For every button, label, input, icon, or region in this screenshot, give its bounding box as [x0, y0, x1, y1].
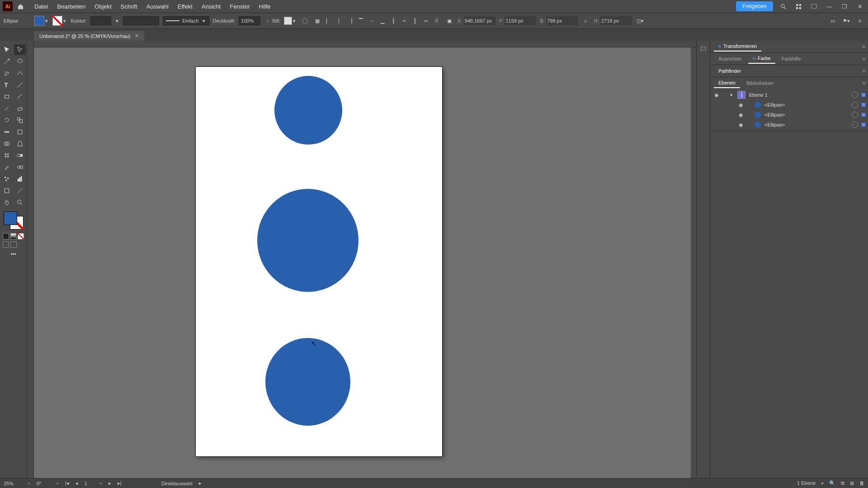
status-delete-icon[interactable]: 🗑 [859, 480, 864, 486]
tab-libraries[interactable]: Bibliotheken [742, 79, 778, 88]
hand-tool[interactable] [1, 197, 13, 208]
recolor-icon[interactable] [300, 16, 309, 25]
align-vcenter-icon[interactable]: ─ [367, 16, 376, 25]
draw-normal-icon[interactable] [3, 241, 9, 248]
panel-menu-icon[interactable]: ≡ [863, 68, 865, 74]
visibility-icon[interactable]: ◉ [737, 112, 745, 118]
edit-similar-icon[interactable]: ⚑▾ [842, 16, 851, 25]
visibility-icon[interactable]: ◉ [713, 92, 720, 98]
panel-menu-icon[interactable]: ≡ [863, 80, 865, 86]
tab-color[interactable]: ⎋Farbe [748, 54, 775, 64]
symbol-sprayer-tool[interactable] [1, 174, 13, 184]
shape-props-icon[interactable]: ◫▾ [636, 16, 645, 25]
menu-fenster[interactable]: Fenster [225, 3, 254, 10]
visibility-icon[interactable]: ◉ [737, 102, 745, 108]
layer-item[interactable]: ◉ <Ellipse> [710, 100, 868, 110]
align-top-icon[interactable]: ▔ [356, 16, 365, 25]
y-input[interactable] [505, 16, 536, 25]
h-input[interactable] [600, 16, 632, 25]
selection-tool[interactable] [1, 44, 13, 55]
layer-item[interactable]: ◉ <Ellipse> [710, 120, 868, 130]
ellipse-object-2[interactable] [257, 189, 359, 292]
panel-menu-icon[interactable]: ≡ [863, 44, 865, 49]
distribute-h2-icon[interactable]: ║ [410, 16, 420, 25]
artboard[interactable]: ↖ [196, 67, 442, 456]
align-right-icon[interactable]: ▕ [345, 16, 354, 25]
type-tool[interactable]: T [1, 80, 13, 90]
target-icon[interactable] [852, 112, 858, 118]
color-mode-icon[interactable] [3, 233, 9, 239]
layer-row[interactable]: ◉ ▾ ┃ Ebene 1 [710, 90, 868, 100]
fill-stroke-control[interactable] [3, 211, 24, 230]
target-icon[interactable] [852, 102, 858, 108]
rotate-view[interactable] [37, 481, 59, 486]
home-icon[interactable] [15, 1, 25, 11]
fill-swatch[interactable]: ▾ [34, 16, 49, 26]
menu-effekt[interactable]: Effekt [173, 3, 197, 10]
edit-toolbar-icon[interactable]: ••• [0, 249, 27, 258]
status-nav-icon[interactable]: ▸ [199, 480, 202, 486]
magic-wand-tool[interactable] [1, 56, 13, 67]
direct-selection-tool[interactable] [14, 44, 26, 55]
share-button[interactable]: Freigeben [736, 1, 773, 11]
search-icon[interactable] [778, 1, 788, 12]
draw-behind-icon[interactable] [10, 241, 17, 248]
target-icon[interactable] [852, 122, 858, 128]
width-tool[interactable] [1, 127, 13, 137]
menu-datei[interactable]: Datei [30, 3, 52, 10]
paintbrush-tool[interactable] [14, 91, 26, 102]
fill-color-icon[interactable] [4, 211, 17, 225]
visibility-icon[interactable]: ◉ [737, 122, 745, 128]
zoom-tool[interactable] [14, 197, 26, 208]
gradient-tool[interactable] [14, 150, 26, 161]
stroke-profile-input[interactable] [123, 16, 159, 25]
line-tool[interactable] [14, 80, 26, 90]
x-input[interactable] [464, 16, 495, 25]
tab-guides[interactable]: Farbhilfe [777, 54, 806, 63]
none-mode-icon[interactable] [18, 233, 24, 239]
tab-layers[interactable]: Ebenen [714, 78, 740, 88]
artboard-number[interactable] [85, 481, 102, 486]
screenmode-icon[interactable] [808, 1, 819, 12]
expand-icon[interactable]: ▾ [730, 92, 736, 98]
free-transform-tool[interactable] [14, 127, 26, 137]
isolate-icon[interactable]: ▭ [828, 16, 837, 25]
eyedropper-tool[interactable] [1, 162, 13, 173]
stroke-weight-input[interactable] [90, 16, 111, 25]
distribute-h3-icon[interactable]: ⠿ [432, 16, 441, 25]
arrange-icon[interactable] [793, 1, 804, 12]
document-tab[interactable]: Unbenannt-1* @ 25 % (CMYK/Vorschau) ✕ [34, 31, 144, 41]
align-to-pixels-icon[interactable]: ▦ [313, 16, 322, 25]
tab-transform[interactable]: ⎋Transformieren [714, 42, 761, 52]
lasso-tool[interactable] [14, 56, 26, 67]
graph-tool[interactable] [14, 174, 26, 184]
blend-tool[interactable] [14, 162, 26, 173]
w-input[interactable] [546, 16, 578, 25]
mesh-tool[interactable] [1, 150, 13, 161]
panel-menu-icon[interactable]: ≡ [863, 56, 865, 61]
scale-tool[interactable] [14, 115, 26, 126]
brush-definition[interactable]: Einfach▾ [163, 16, 209, 25]
shaper-tool[interactable] [1, 103, 13, 114]
zoom-level[interactable] [4, 481, 30, 486]
distribute-v-icon[interactable]: ┅ [400, 16, 409, 25]
menu-objekt[interactable]: Objekt [90, 3, 116, 10]
ellipse-object-1[interactable] [274, 76, 342, 145]
link-wh-icon[interactable]: ⟐ [581, 16, 590, 25]
layer-item[interactable]: ◉ <Ellipse> [710, 110, 868, 120]
comments-icon[interactable] [699, 44, 708, 53]
artboard-next-icon[interactable]: ▸ [108, 480, 111, 486]
menu-schrift[interactable]: Schrift [116, 3, 142, 10]
layer-item-name[interactable]: <Ellipse> [763, 112, 850, 117]
status-new-layer-icon[interactable]: ⊞ [850, 480, 854, 486]
eraser-tool[interactable] [14, 103, 26, 114]
tab-align[interactable]: Ausrichten [714, 54, 746, 63]
ellipse-object-3[interactable] [265, 338, 350, 426]
opacity-input[interactable] [239, 16, 260, 25]
gradient-mode-icon[interactable] [10, 233, 17, 239]
menu-ansicht[interactable]: Ansicht [197, 3, 226, 10]
status-search-icon[interactable]: 🔍 [829, 480, 835, 486]
scrollbar-vertical[interactable] [691, 47, 696, 478]
align-left-icon[interactable]: ▏ [324, 16, 333, 25]
rectangle-tool[interactable] [1, 91, 13, 102]
